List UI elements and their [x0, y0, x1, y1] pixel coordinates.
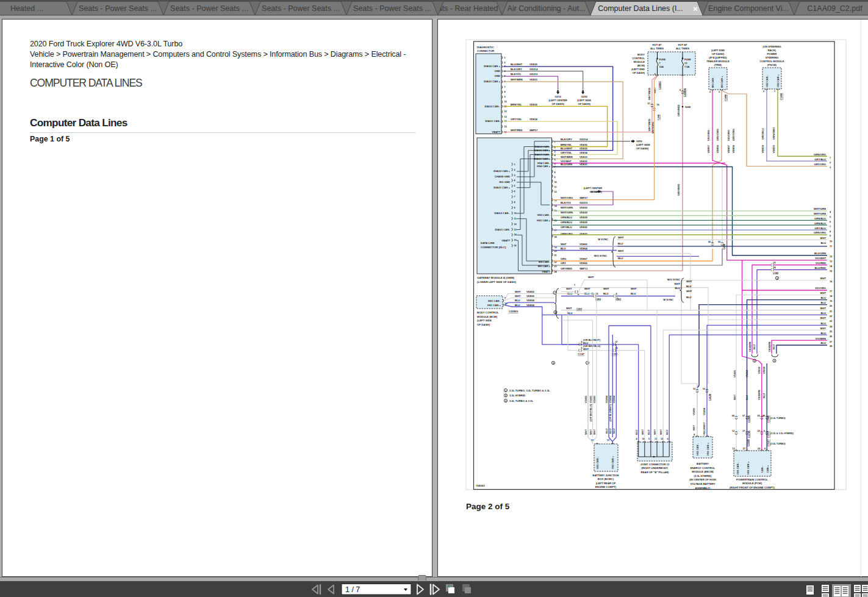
- svg-text:WHT: WHT: [674, 282, 680, 285]
- svg-text:VR608: VR608: [763, 366, 766, 374]
- svg-text:BLU: BLU: [515, 299, 520, 302]
- svg-text:CAN +: CAN +: [766, 465, 769, 473]
- svg-text:12: 12: [504, 110, 507, 113]
- svg-text:6: 6: [667, 438, 669, 440]
- svg-text:15: 15: [504, 126, 507, 128]
- svg-text:VD865: VD865: [579, 243, 587, 246]
- svg-text:HS3 CAN -: HS3 CAN -: [537, 213, 551, 216]
- svg-text:14: 14: [830, 265, 833, 268]
- svg-text:DIAG2 CAN +: DIAG2 CAN +: [484, 65, 500, 68]
- svg-text:28: 28: [830, 345, 832, 348]
- svg-text:11: 11: [655, 438, 657, 440]
- svg-text:BLU: BLU: [665, 430, 669, 435]
- svg-text:MS CAN -: MS CAN -: [711, 76, 714, 88]
- svg-text:12: 12: [554, 191, 557, 193]
- svg-text:67: 67: [742, 415, 745, 417]
- svg-text:GD214: GD214: [529, 68, 538, 71]
- svg-text:24: 24: [773, 266, 777, 269]
- svg-text:VR606: VR606: [758, 366, 761, 374]
- svg-text:WHT: WHT: [618, 249, 624, 252]
- svg-text:23: 23: [830, 320, 832, 323]
- svg-text:11: 11: [591, 439, 594, 441]
- svg-text:13: 13: [684, 62, 687, 65]
- svg-text:BLU: BLU: [515, 304, 520, 307]
- svg-text:10: 10: [514, 212, 517, 215]
- svg-text:BLU: BLU: [686, 296, 692, 299]
- svg-text:DIAG2 CAN -: DIAG2 CAN -: [484, 105, 500, 108]
- svg-text:VD836: VD836: [579, 143, 587, 146]
- svg-text:BLU: BLU: [609, 429, 612, 434]
- svg-text:BODY: BODY: [637, 53, 645, 56]
- svg-text:BLU/GRN: BLU/GRN: [814, 252, 826, 255]
- svg-text:2: 2: [709, 91, 711, 93]
- svg-text:(LEFT SIDE: (LEFT SIDE: [636, 143, 650, 146]
- svg-text:3: 3: [719, 91, 720, 93]
- svg-text:GRY/BLU: GRY/BLU: [814, 227, 826, 230]
- svg-text:51: 51: [648, 102, 650, 105]
- svg-text:REAR OF "B" PILLAR): REAR OF "B" PILLAR): [641, 471, 669, 474]
- svg-text:6: 6: [764, 430, 765, 432]
- svg-text:WHT/GRN: WHT/GRN: [814, 212, 826, 215]
- svg-text:9: 9: [504, 96, 506, 98]
- svg-text:C4128: C4128: [709, 394, 711, 401]
- svg-text:VIO/ORG: VIO/ORG: [815, 287, 826, 290]
- svg-text:CONTROL MODULE: CONTROL MODULE: [760, 60, 784, 63]
- svg-text:CAN -: CAN -: [761, 465, 764, 473]
- svg-text:G210: G210: [590, 190, 597, 193]
- svg-text:16: 16: [830, 281, 832, 283]
- svg-text:VD805: VD805: [692, 407, 695, 415]
- svg-text:26: 26: [830, 335, 832, 338]
- svg-text:(LOWER LEFT SIDE OF DASH): (LOWER LEFT SIDE OF DASH): [477, 281, 516, 284]
- svg-text:12: 12: [732, 430, 734, 432]
- svg-text:VIO/WHT: VIO/WHT: [815, 257, 826, 260]
- svg-text:C156B: C156B: [747, 439, 750, 446]
- svg-text:18: 18: [830, 295, 832, 298]
- svg-text:12: 12: [607, 439, 609, 441]
- svg-text:7: 7: [574, 284, 575, 287]
- svg-text:GRY/ORG: GRY/ORG: [716, 128, 719, 141]
- svg-text:15: 15: [693, 388, 695, 390]
- svg-text:GRY/BLU: GRY/BLU: [561, 226, 572, 229]
- svg-text:VD805: VD805: [526, 290, 534, 293]
- svg-text:VIO/BRN: VIO/BRN: [816, 337, 826, 340]
- svg-text:BLU: BLU: [605, 429, 608, 434]
- svg-text:HS1 CAN -: HS1 CAN -: [596, 456, 599, 469]
- svg-text:WHT: WHT: [820, 316, 826, 320]
- svg-text:DIAG1 CAN +: DIAG1 CAN +: [484, 80, 500, 83]
- svg-text:VD833: VD833: [579, 156, 587, 159]
- svg-text:HOT AT: HOT AT: [678, 43, 687, 46]
- svg-text:66: 66: [732, 415, 734, 417]
- svg-text:GRN/BLU: GRN/BLU: [561, 221, 572, 224]
- svg-text:27: 27: [742, 430, 745, 432]
- svg-text:10: 10: [554, 181, 557, 184]
- svg-text:VD804: VD804: [526, 304, 534, 307]
- svg-text:VD835: VD835: [529, 63, 537, 66]
- svg-text:(OR BLU/WHT): (OR BLU/WHT): [609, 404, 612, 421]
- svg-text:WHT/GRN: WHT/GRN: [561, 211, 573, 214]
- svg-text:C2280C: C2280C: [659, 81, 661, 90]
- svg-text:27: 27: [615, 341, 618, 343]
- svg-text:HS2 CAN -: HS2 CAN -: [766, 74, 769, 87]
- svg-text:C262: C262: [595, 298, 601, 301]
- svg-text:WHT: WHT: [659, 429, 662, 435]
- svg-text:VD829: VD829: [579, 216, 587, 219]
- svg-text:VD804: VD804: [526, 299, 534, 302]
- svg-text:GRY/BLU: GRY/BLU: [761, 128, 764, 140]
- svg-text:20: 20: [830, 305, 832, 307]
- svg-text:8: 8: [514, 201, 515, 204]
- svg-text:VIO/RED: VIO/RED: [816, 262, 826, 265]
- svg-text:BLU/WHT: BLU/WHT: [703, 422, 706, 434]
- svg-text:VD804: VD804: [605, 395, 608, 403]
- svg-text:BLU: BLU: [612, 429, 615, 434]
- svg-text:TRAILER MODULE: TRAILER MODULE: [706, 60, 730, 63]
- svg-text:WHT: WHT: [641, 429, 644, 435]
- svg-text:WHT/RED: WHT/RED: [511, 129, 523, 132]
- svg-text:7: 7: [514, 196, 515, 198]
- svg-text:18: 18: [554, 236, 557, 238]
- svg-text:SBP07: SBP07: [579, 196, 588, 199]
- svg-text:GATEWAY MODULE A (GWM): GATEWAY MODULE A (GWM): [477, 276, 515, 279]
- svg-text:WHT: WHT: [561, 243, 567, 246]
- svg-text:BLU/GRN: BLU/GRN: [561, 163, 572, 166]
- svg-text:2: 2: [763, 90, 764, 93]
- svg-text:HOT AT: HOT AT: [652, 43, 662, 46]
